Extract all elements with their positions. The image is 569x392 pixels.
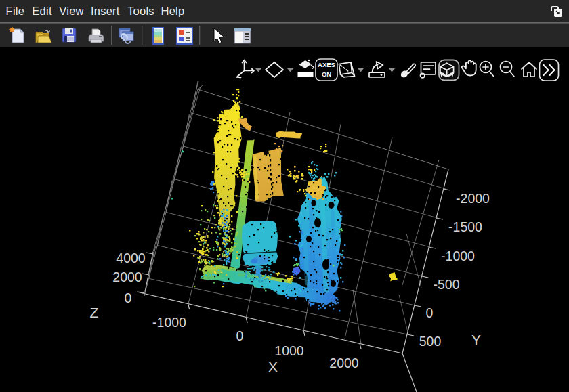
svg-text:-500: -500 xyxy=(433,277,459,292)
svg-text:ON: ON xyxy=(322,70,331,78)
svg-text:Tools: Tools xyxy=(127,5,154,17)
svg-text:-1500: -1500 xyxy=(448,219,482,234)
svg-text:0: 0 xyxy=(125,290,132,305)
svg-text:AXES: AXES xyxy=(318,61,335,68)
svg-text:Y: Y xyxy=(471,332,481,347)
svg-text:2000: 2000 xyxy=(112,269,142,284)
svg-text:X: X xyxy=(268,359,278,374)
svg-text:Insert: Insert xyxy=(91,5,120,17)
svg-text:File: File xyxy=(6,5,25,17)
svg-text:View: View xyxy=(59,5,83,17)
svg-text:Z: Z xyxy=(90,305,99,320)
svg-text:Help: Help xyxy=(161,5,185,17)
svg-text:Edit: Edit xyxy=(32,5,52,17)
svg-text:4000: 4000 xyxy=(116,251,146,265)
svg-text:2000: 2000 xyxy=(329,355,359,370)
svg-text:-1000: -1000 xyxy=(152,315,186,330)
svg-text:0: 0 xyxy=(426,305,434,320)
svg-text:0: 0 xyxy=(236,328,244,343)
svg-text:500: 500 xyxy=(419,334,442,349)
svg-text:-2000: -2000 xyxy=(456,191,490,206)
svg-text:1000: 1000 xyxy=(274,343,304,358)
svg-text:-1000: -1000 xyxy=(441,248,475,263)
